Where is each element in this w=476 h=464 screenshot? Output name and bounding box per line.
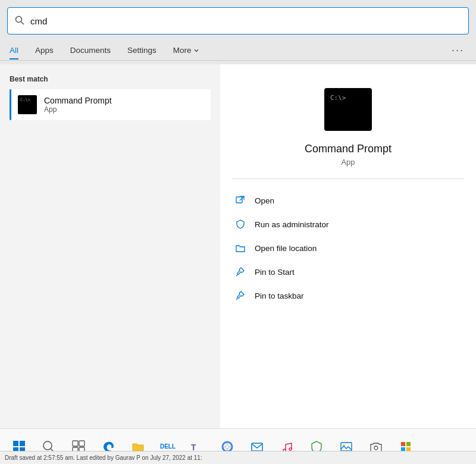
svg-point-21 [289,448,292,450]
left-panel: Best match Command Prompt App [0,64,220,428]
svg-rect-7 [20,441,25,446]
status-bar: Draft saved at 2:57:55 am. Last edited b… [0,451,476,464]
action-pin-start-label: Pin to Start [255,268,295,277]
result-info: Command Prompt App [44,96,112,114]
svg-line-5 [236,299,237,300]
pin-start-icon [234,266,246,278]
best-match-label: Best match [10,75,211,83]
svg-point-10 [43,441,52,450]
main-content: Best match Command Prompt App Command Pr… [0,64,476,428]
shield-icon [234,218,246,230]
svg-rect-12 [73,441,78,446]
right-panel: Command Prompt App Open [220,64,476,428]
divider [232,178,464,179]
result-name: Command Prompt [44,96,112,105]
action-pin-taskbar-label: Pin to taskbar [255,291,304,300]
tabs-bar: All Apps Documents Settings More ··· [7,42,469,59]
app-subtitle: App [341,158,355,167]
action-open-file-location[interactable]: Open file location [232,236,464,260]
svg-rect-25 [401,442,405,446]
app-icon-large [324,88,372,131]
action-pin-taskbar[interactable]: Pin to taskbar [232,284,464,308]
more-options-button[interactable]: ··· [447,42,469,59]
tab-more[interactable]: More [165,42,208,58]
cmd-icon [18,95,37,114]
search-icon [15,15,24,27]
action-pin-start[interactable]: Pin to Start [232,260,464,284]
action-open-file-location-label: Open file location [255,244,317,253]
svg-rect-6 [13,441,18,446]
svg-line-1 [21,21,24,24]
app-title: Command Prompt [305,143,392,155]
svg-point-24 [374,446,378,450]
tab-documents[interactable]: Documents [62,42,119,58]
tab-settings[interactable]: Settings [119,42,165,58]
action-list: Open Run as administrator Open fil [220,189,476,308]
folder-icon [234,242,246,254]
svg-point-0 [16,16,22,22]
svg-point-18 [226,445,229,449]
tabs-divider [0,60,476,61]
action-run-admin-label: Run as administrator [255,220,329,229]
action-run-admin[interactable]: Run as administrator [232,212,464,236]
chevron-down-icon [193,48,199,54]
search-bar[interactable] [7,7,469,35]
result-item-cmd[interactable]: Command Prompt App [10,89,211,120]
search-input[interactable] [30,16,461,26]
pin-taskbar-icon [234,290,246,302]
action-open-label: Open [255,196,274,205]
svg-rect-13 [79,441,84,446]
svg-line-4 [236,275,237,276]
status-text: Draft saved at 2:57:55 am. Last edited b… [5,454,202,461]
svg-rect-2 [236,197,242,203]
open-icon [234,195,246,206]
svg-rect-26 [406,442,411,446]
tab-all[interactable]: All [7,42,27,58]
tab-apps[interactable]: Apps [27,42,62,58]
result-type: App [44,105,112,114]
svg-rect-22 [341,443,352,451]
action-open[interactable]: Open [232,189,464,212]
svg-rect-19 [252,443,262,451]
